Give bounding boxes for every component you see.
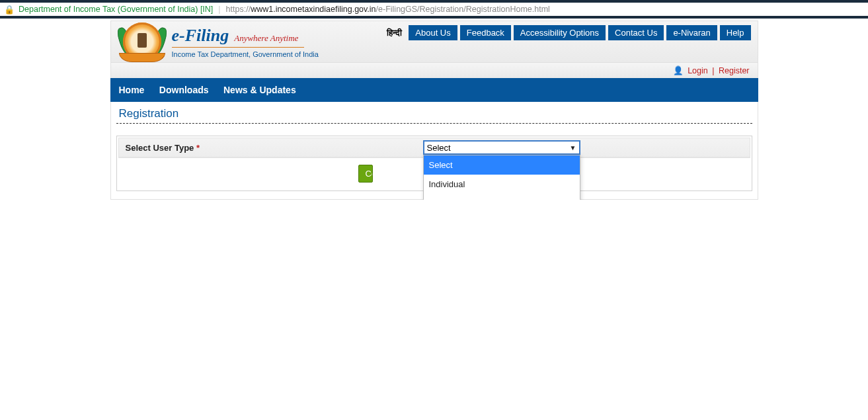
accessibility-button[interactable]: Accessibility Options <box>514 25 606 40</box>
browser-url[interactable]: https://www1.incometaxindiaefiling.gov.i… <box>226 5 550 14</box>
url-path: /e-FilingGS/Registration/RegistrationHom… <box>376 5 550 14</box>
site-header: e-Filing Anywhere Anytime Income Tax Dep… <box>110 21 758 63</box>
user-type-select[interactable]: Select ▼ <box>423 140 580 155</box>
chevron-down-icon: ▼ <box>570 144 576 151</box>
content-area: Registration Select User Type * Select ▼… <box>110 102 758 200</box>
user-type-dropdown[interactable]: Select Individual Hindu Undivided Family… <box>423 155 580 200</box>
auth-row: 👤 Login | Register <box>110 63 758 78</box>
language-hindi-link[interactable]: हिन्दी <box>387 28 402 38</box>
divider <box>116 123 752 124</box>
option-select[interactable]: Select <box>424 155 580 175</box>
logo: e-Filing Anywhere Anytime Income Tax Dep… <box>111 22 319 61</box>
login-link[interactable]: Login <box>688 66 708 75</box>
brand-title: e-Filing Anywhere Anytime <box>172 26 319 46</box>
registration-form: Select User Type * Select ▼ Select Indiv… <box>116 136 752 191</box>
user-icon: 👤 <box>673 66 684 75</box>
feedback-button[interactable]: Feedback <box>460 25 511 40</box>
brand-subtitle: Income Tax Department, Government of Ind… <box>172 50 319 58</box>
user-type-label: Select User Type * <box>126 143 423 153</box>
about-us-button[interactable]: About Us <box>409 25 457 40</box>
help-button[interactable]: Help <box>720 25 751 40</box>
browser-address-bar: 🔒 Department of Income Tax (Government o… <box>0 0 868 19</box>
tagline: Anywhere Anytime <box>234 33 298 43</box>
register-link[interactable]: Register <box>719 66 750 75</box>
option-individual[interactable]: Individual <box>424 175 580 194</box>
nav-home[interactable]: Home <box>119 85 145 95</box>
main-nav: Home Downloads News & Updates <box>110 78 758 102</box>
lock-icon: 🔒 <box>4 5 15 15</box>
separator: | <box>218 5 220 14</box>
selected-value: Select <box>427 143 451 153</box>
url-protocol: https:// <box>226 5 251 14</box>
browser-page-title: Department of Income Tax (Government of … <box>19 5 213 14</box>
nav-downloads[interactable]: Downloads <box>159 85 209 95</box>
nav-news[interactable]: News & Updates <box>223 85 296 95</box>
page-title: Registration <box>116 106 752 123</box>
option-huf[interactable]: Hindu Undivided Family (HUF) <box>424 194 580 200</box>
emblem-icon <box>123 22 161 61</box>
continue-button[interactable]: Continue <box>358 165 373 183</box>
enivaran-button[interactable]: e-Nivaran <box>666 25 717 40</box>
contact-us-button[interactable]: Contact Us <box>608 25 664 40</box>
url-host: www1.incometaxindiaefiling.gov.in <box>251 5 375 14</box>
